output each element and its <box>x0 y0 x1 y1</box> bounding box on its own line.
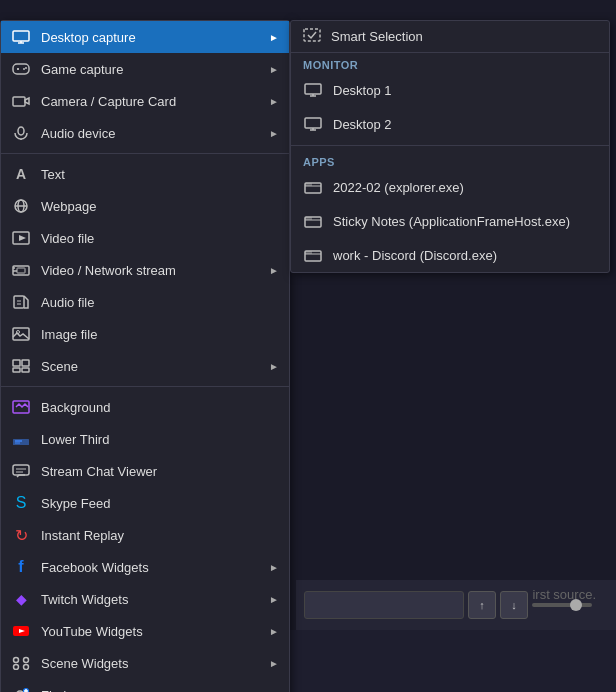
menu-item-background[interactable]: Background <box>1 391 289 423</box>
menu-item-audio[interactable]: Audio device ► <box>1 117 289 149</box>
cast-icon <box>11 260 31 280</box>
menu-item-video-file[interactable]: Video file <box>1 222 289 254</box>
menu-item-scene[interactable]: Scene ► <box>1 350 289 382</box>
svg-rect-46 <box>305 84 321 94</box>
menu-label-facebook: Facebook Widgets <box>41 560 259 575</box>
arrow-game-capture: ► <box>269 64 279 75</box>
menu-label-text: Text <box>41 167 279 182</box>
svg-point-6 <box>23 68 25 70</box>
menu-item-instant-replay[interactable]: ↻ Instant Replay <box>1 519 289 551</box>
chat-icon <box>11 461 31 481</box>
menu-label-scene-widgets: Scene Widgets <box>41 656 259 671</box>
menu-label-background: Background <box>41 400 279 415</box>
audio-icon <box>11 123 31 143</box>
menu-item-find-more[interactable]: Find more sources... <box>1 679 289 692</box>
menu-item-camera[interactable]: Camera / Capture Card ► <box>1 85 289 117</box>
desktop-1-icon <box>303 80 323 100</box>
youtube-icon <box>11 621 31 641</box>
svg-rect-24 <box>22 360 29 366</box>
arrow-youtube: ► <box>269 626 279 637</box>
arrow-audio: ► <box>269 128 279 139</box>
menu-label-video-network: Video / Network stream <box>41 263 259 278</box>
smart-selection-label: Smart Selection <box>331 29 423 44</box>
menu-label-camera: Camera / Capture Card <box>41 94 259 109</box>
menu-label-audio-file: Audio file <box>41 295 279 310</box>
svg-point-38 <box>14 665 19 670</box>
svg-point-9 <box>18 127 24 135</box>
ctrl-btn-up[interactable]: ↑ <box>468 591 496 619</box>
discord-label: work - Discord (Discord.exe) <box>333 248 497 263</box>
menu-label-game-capture: Game capture <box>41 62 259 77</box>
svg-rect-23 <box>13 360 20 366</box>
svg-rect-0 <box>13 31 29 41</box>
menu-label-stream-chat: Stream Chat Viewer <box>41 464 279 479</box>
sticky-notes-label: Sticky Notes (ApplicationFrameHost.exe) <box>333 214 570 229</box>
menu-label-find-more: Find more sources... <box>41 688 279 693</box>
scene-widgets-icon <box>11 653 31 673</box>
menu-item-skype[interactable]: S Skype Feed <box>1 487 289 519</box>
arrow-video-network: ► <box>269 265 279 276</box>
svg-point-36 <box>14 658 19 663</box>
ctrl-btn-down[interactable]: ↓ <box>500 591 528 619</box>
svg-rect-28 <box>13 439 29 445</box>
arrow-scene-widgets: ► <box>269 658 279 669</box>
divider-2 <box>1 386 289 387</box>
svg-rect-49 <box>305 118 321 128</box>
desktop-2-icon <box>303 114 323 134</box>
menu-item-text[interactable]: A Text <box>1 158 289 190</box>
menu-item-desktop-capture[interactable]: Desktop capture ► <box>1 21 289 53</box>
menu-label-webpage: Webpage <box>41 199 279 214</box>
svg-marker-15 <box>19 235 26 241</box>
svg-rect-18 <box>14 296 24 308</box>
svg-rect-25 <box>13 368 20 372</box>
menu-item-game-capture[interactable]: Game capture ► <box>1 53 289 85</box>
sub-menu-item-sticky-notes[interactable]: Sticky Notes (ApplicationFrameHost.exe) <box>291 204 609 238</box>
menu-item-scene-widgets[interactable]: Scene Widgets ► <box>1 647 289 679</box>
sub-menu: Smart Selection MONITOR Desktop 1 Deskto… <box>290 20 610 273</box>
menu-label-lower-third: Lower Third <box>41 432 279 447</box>
scene-icon <box>11 356 31 376</box>
background-icon <box>11 397 31 417</box>
arrow-scene: ► <box>269 361 279 372</box>
arrow-camera: ► <box>269 96 279 107</box>
sub-menu-item-explorer[interactable]: 2022-02 (explorer.exe) <box>291 170 609 204</box>
sub-menu-item-desktop-1[interactable]: Desktop 1 <box>291 73 609 107</box>
arrow-twitch: ► <box>269 594 279 605</box>
sub-menu-item-desktop-2[interactable]: Desktop 2 <box>291 107 609 141</box>
menu-item-audio-file[interactable]: Audio file <box>1 286 289 318</box>
svg-rect-3 <box>13 64 29 74</box>
menu-label-audio: Audio device <box>41 126 259 141</box>
menu-label-instant-replay: Instant Replay <box>41 528 279 543</box>
menu-item-facebook[interactable]: f Facebook Widgets ► <box>1 551 289 583</box>
smart-selection-icon <box>303 28 321 45</box>
web-icon <box>11 196 31 216</box>
ctrl-slider[interactable] <box>532 603 592 607</box>
menu-label-youtube: YouTube Widgets <box>41 624 259 639</box>
menu-item-video-network[interactable]: Video / Network stream ► <box>1 254 289 286</box>
ctrl-input[interactable] <box>304 591 464 619</box>
facebook-icon: f <box>11 557 31 577</box>
menu-item-lower-third[interactable]: Lower Third <box>1 423 289 455</box>
first-source-label: irst source. <box>532 587 596 602</box>
desktop-2-label: Desktop 2 <box>333 117 392 132</box>
image-file-icon <box>11 324 31 344</box>
lower-third-icon <box>11 429 31 449</box>
svg-rect-17 <box>17 268 25 273</box>
menu-item-image-file[interactable]: Image file <box>1 318 289 350</box>
menu-item-twitch[interactable]: ◆ Twitch Widgets ► <box>1 583 289 615</box>
menu-item-youtube[interactable]: YouTube Widgets ► <box>1 615 289 647</box>
camera-icon <box>11 91 31 111</box>
smart-selection-item[interactable]: Smart Selection <box>291 21 609 53</box>
svg-rect-8 <box>13 97 25 106</box>
sub-menu-item-discord[interactable]: work - Discord (Discord.exe) <box>291 238 609 272</box>
menu-label-scene: Scene <box>41 359 259 374</box>
menu-item-webpage[interactable]: Webpage <box>1 190 289 222</box>
svg-point-7 <box>25 67 27 69</box>
monitor-section-label: MONITOR <box>291 53 609 73</box>
audio-file-icon <box>11 292 31 312</box>
menu-label-skype: Skype Feed <box>41 496 279 511</box>
menu-item-stream-chat[interactable]: Stream Chat Viewer <box>1 455 289 487</box>
instant-replay-icon: ↻ <box>11 525 31 545</box>
left-menu: Desktop capture ► Game capture ► Camera … <box>0 20 290 692</box>
text-icon: A <box>11 164 31 184</box>
